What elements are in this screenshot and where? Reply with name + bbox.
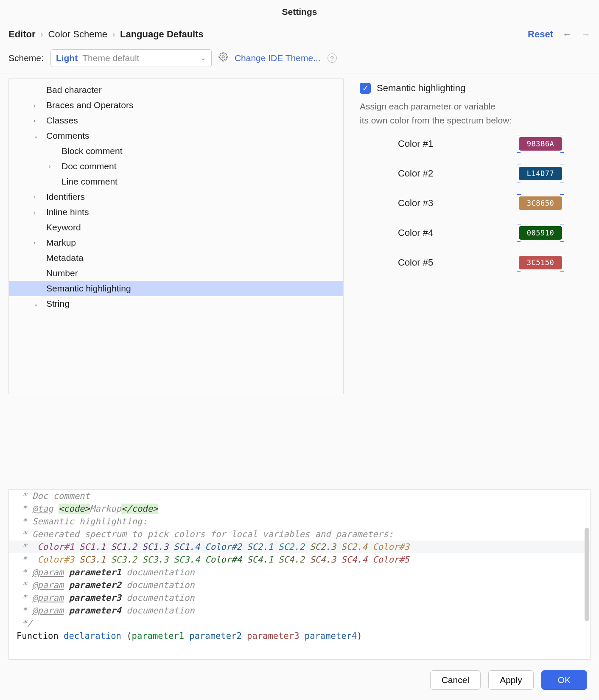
spectrum-color-list: Color #19B3B6AColor #2L14D77Color #33C86… (360, 136, 591, 271)
tree-item-label: Inline hints (46, 207, 89, 217)
breadcrumb-colorscheme[interactable]: Color Scheme (48, 29, 107, 40)
breadcrumb: Editor › Color Scheme › Language Default… (8, 29, 204, 40)
reset-link[interactable]: Reset (528, 29, 553, 40)
code-line: */ (9, 617, 590, 630)
color-label: Color #4 (398, 227, 433, 238)
settings-window: Settings Editor › Color Scheme › Languag… (0, 0, 599, 700)
tree-item[interactable]: Number (9, 266, 343, 281)
code-line: Function declaration (parameter1 paramet… (9, 630, 590, 642)
color-row: Color #2L14D77 (398, 165, 563, 182)
tree-item-label: Metadata (46, 253, 84, 263)
code-preview: * Doc comment * @tag <code>Markup</code>… (8, 489, 591, 660)
scheme-name: Light (56, 53, 78, 63)
back-arrow-icon[interactable]: ← (563, 29, 572, 40)
code-line: * Generated spectrum to pick colors for … (9, 528, 590, 540)
code-line: * Color#1 SC1.1 SC1.2 SC1.3 SC1.4 Color#… (9, 540, 590, 553)
chevron-down-icon[interactable]: ⌄ (34, 300, 39, 307)
tree-item-label: Block comment (62, 146, 123, 156)
ok-button[interactable]: OK (541, 670, 587, 690)
color-swatch-wrap[interactable]: 3C8650 (518, 195, 563, 211)
color-swatch-wrap[interactable]: 005910 (518, 225, 563, 241)
semantic-checkbox[interactable]: ✓ (360, 83, 371, 94)
breadcrumb-sep: › (112, 30, 115, 39)
color-label: Color #3 (398, 198, 433, 209)
tree-item-label: Line comment (62, 176, 118, 187)
tree-item[interactable]: ›Classes (9, 113, 343, 128)
color-row: Color #4005910 (398, 225, 563, 241)
tree-item-label: Identifiers (46, 192, 85, 202)
color-swatch-wrap[interactable]: 9B3B6A (518, 136, 563, 152)
color-swatch-wrap[interactable]: 3C5150 (518, 255, 563, 271)
tree-item[interactable]: Line comment (9, 174, 343, 189)
chevron-right-icon[interactable]: › (34, 239, 36, 246)
tree-item[interactable]: Keyword (9, 220, 343, 235)
code-line: * Color#3 SC3.1 SC3.2 SC3.3 SC3.4 Color#… (9, 553, 590, 566)
color-label: Color #2 (398, 168, 433, 179)
code-line: * @param parameter2 documentation (9, 579, 590, 591)
tree-item-label: Braces and Operators (46, 100, 133, 110)
code-line: * @tag <code>Markup</code> (9, 502, 590, 515)
scrollbar[interactable] (585, 528, 589, 621)
tree-item[interactable]: Metadata (9, 250, 343, 266)
breadcrumb-editor[interactable]: Editor (8, 29, 36, 40)
tree-item-label: Keyword (46, 222, 81, 232)
tree-item[interactable]: ›Braces and Operators (9, 98, 343, 113)
color-row: Color #53C5150 (398, 255, 563, 271)
color-label: Color #1 (398, 138, 433, 149)
scheme-suffix: Theme default (82, 53, 139, 63)
chevron-right-icon[interactable]: › (49, 163, 51, 170)
tree-item-label: Semantic highlighting (46, 283, 131, 294)
tree-item-label: Classes (46, 115, 78, 126)
tree-item[interactable]: Bad character (9, 82, 343, 98)
tree-item-label: Number (46, 268, 78, 278)
svg-point-0 (222, 56, 224, 58)
color-row: Color #19B3B6A (398, 136, 563, 152)
tree-item-label: Markup (46, 238, 76, 248)
tree-item[interactable]: Block comment (9, 143, 343, 159)
tree-item[interactable]: ⌄Comments (9, 128, 343, 143)
semantic-description: Assign each parameter or variable its ow… (360, 100, 591, 127)
tree-item-label: Comments (46, 131, 90, 141)
tree-item[interactable]: ›Markup (9, 235, 343, 250)
chevron-down-icon[interactable]: ⌄ (34, 132, 39, 139)
breadcrumb-languagedefaults[interactable]: Language Defaults (120, 29, 204, 40)
category-tree[interactable]: Bad character›Braces and Operators›Class… (8, 78, 344, 394)
color-swatch[interactable]: 9B3B6A (519, 137, 562, 151)
color-row: Color #33C8650 (398, 195, 563, 211)
chevron-down-icon: ⌄ (201, 54, 206, 62)
color-swatch[interactable]: 3C8650 (519, 196, 562, 210)
tree-item-label: Bad character (46, 85, 102, 95)
color-swatch[interactable]: 005910 (519, 226, 562, 240)
tree-item-label: Doc comment (62, 161, 117, 171)
color-swatch[interactable]: L14D77 (519, 167, 562, 180)
semantic-checkbox-label: Semantic highlighting (377, 83, 465, 94)
color-swatch-wrap[interactable]: L14D77 (518, 165, 563, 182)
tree-item[interactable]: Semantic highlighting (9, 281, 343, 296)
chevron-right-icon[interactable]: › (34, 102, 36, 109)
scheme-dropdown[interactable]: Light Theme default ⌄ (50, 49, 212, 67)
gear-icon[interactable] (218, 52, 228, 64)
tree-item-label: String (46, 299, 70, 309)
window-title: Settings (8, 7, 591, 17)
tree-item[interactable]: ›Identifiers (9, 189, 343, 204)
dialog-footer: Cancel Apply OK (0, 660, 599, 700)
breadcrumb-sep: › (41, 30, 43, 39)
code-line: * @param parameter3 documentation (9, 591, 590, 604)
chevron-right-icon[interactable]: › (34, 193, 36, 200)
tree-item[interactable]: ›Inline hints (9, 204, 343, 220)
help-icon[interactable]: ? (327, 53, 337, 63)
change-theme-link[interactable]: Change IDE Theme... (235, 53, 321, 63)
code-line: * @param parameter1 documentation (9, 566, 590, 579)
chevron-right-icon[interactable]: › (34, 209, 36, 216)
code-line: * Doc comment (9, 490, 590, 502)
tree-item[interactable]: ›Doc comment (9, 159, 343, 174)
code-line: * @param parameter4 documentation (9, 604, 590, 617)
cancel-button[interactable]: Cancel (430, 670, 481, 690)
color-swatch[interactable]: 3C5150 (519, 256, 562, 269)
apply-button[interactable]: Apply (488, 670, 534, 690)
forward-arrow-icon: → (581, 29, 591, 40)
tree-item[interactable]: ⌄String (9, 296, 343, 311)
chevron-right-icon[interactable]: › (34, 117, 36, 124)
color-label: Color #5 (398, 257, 433, 268)
scheme-label: Scheme: (8, 53, 44, 63)
